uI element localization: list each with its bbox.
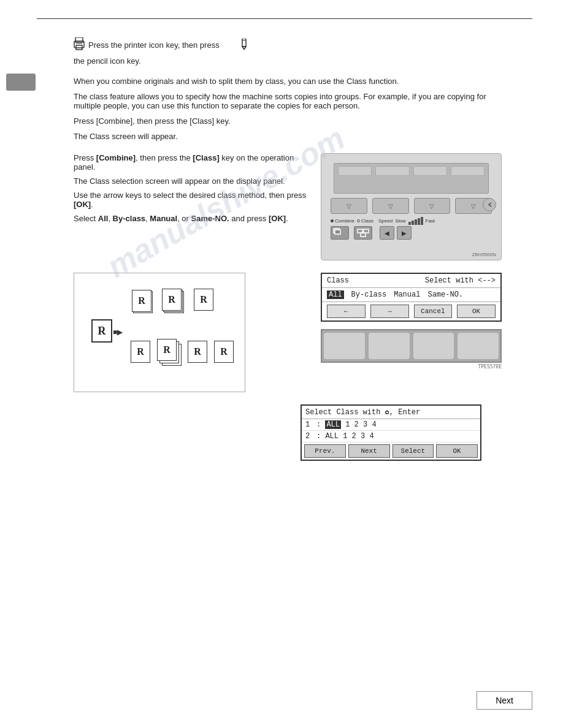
dialog-col: Class Select with <--> All By-class Manu…	[321, 273, 502, 370]
combine-label: Combine	[335, 218, 354, 224]
dialog-right-btn[interactable]: →	[370, 305, 409, 318]
svg-rect-12	[361, 233, 366, 237]
sc-title: Select Class with ✿, Enter	[302, 406, 480, 419]
sc-row-content-2: : ALL 1 2 3 4	[316, 432, 477, 441]
panel-buttons-row	[331, 198, 492, 214]
next-button[interactable]: Next	[477, 691, 532, 710]
sc-row-2: 2 : ALL 1 2 3 4	[302, 431, 480, 442]
r-stack-bot-4: R	[214, 341, 234, 363]
panel-btn-1[interactable]	[331, 198, 367, 214]
select-class-section: Select Class with ✿, Enter 1 : ALL 1 2 3…	[301, 404, 502, 461]
key-btn-1	[324, 333, 365, 359]
sc-select-btn[interactable]: Select	[393, 444, 434, 458]
r-diagram-col: R ■▶ R R R R	[74, 273, 308, 392]
key-btn-4	[458, 333, 499, 359]
sc-row-num-1: 1	[305, 420, 316, 429]
tpe-label: TPES570E	[321, 364, 502, 370]
panel-right-btn[interactable]: ▶	[397, 226, 412, 240]
sc-ok-btn[interactable]: OK	[436, 444, 478, 458]
sc-highlight-1: ALL	[325, 420, 341, 429]
dialog-left-btn[interactable]: ←	[327, 305, 366, 318]
dialog-btn-row: ← → Cancel OK	[322, 302, 500, 320]
para-2: The class feature allows you to specify …	[74, 92, 502, 110]
panel-screen	[334, 163, 489, 194]
class-label: Class	[361, 218, 373, 224]
select-class-dialog: Select Class with ✿, Enter 1 : ALL 1 2 3…	[301, 404, 481, 461]
r-stack-bot-3: R	[188, 341, 207, 363]
header-icon-row: Press the printer icon key, then press	[74, 37, 532, 53]
svg-rect-4	[242, 39, 246, 47]
machine-panel: Combine Class Speed Slow	[321, 153, 502, 260]
header-text-2: the pencil icon key.	[74, 56, 532, 66]
sc-prev-btn[interactable]: Prev.	[304, 444, 346, 458]
slow-label: Slow	[395, 218, 405, 224]
panel-btn-3[interactable]	[414, 198, 451, 214]
sc-row-1: 1 : ALL 1 2 3 4	[302, 419, 480, 431]
para-1: When you combine originals and wish to s…	[74, 77, 502, 86]
panel-left-text: Press [Combine], then press the [Class] …	[74, 153, 308, 228]
r-stack-top-3: R	[194, 289, 213, 311]
speed-label: Speed	[378, 218, 393, 224]
panel-left-btn[interactable]: ◀	[380, 226, 394, 240]
r-arrow: ■▶	[113, 328, 123, 336]
key-buttons-display	[321, 329, 502, 363]
r-diagram: R ■▶ R R R R	[74, 273, 245, 392]
dialog-option-byclass[interactable]: By-class	[351, 290, 387, 299]
svg-rect-0	[75, 37, 83, 42]
combine-icon-box[interactable]: +	[331, 226, 349, 240]
dialog-title: Class	[327, 276, 349, 285]
printer-icon	[74, 37, 85, 53]
dialog-option-manual[interactable]: Manual	[394, 290, 420, 299]
header-section: Press the printer icon key, then press t…	[74, 37, 532, 66]
sc-btn-row: Prev. Next Select OK	[302, 442, 480, 460]
panel-labels: Combine Class Speed Slow	[331, 217, 435, 225]
panel-back-btn[interactable]	[483, 198, 496, 211]
sc-row-num-2: 2	[305, 432, 316, 441]
class-icon-box[interactable]	[354, 226, 372, 240]
key-btn-3	[413, 333, 454, 359]
dialog-instruction: Select with <-->	[425, 276, 496, 285]
panel-btn-2[interactable]	[372, 198, 409, 214]
panel-arrow-btns: ◀ ▶	[380, 226, 412, 240]
pencil-icon	[240, 39, 248, 51]
page-container: manualshive.com Press the printer icon k…	[0, 0, 563, 728]
r-source: R	[91, 319, 112, 343]
bottom-nav: Next	[0, 691, 563, 710]
dialog-title-row: Class Select with <-->	[322, 274, 500, 288]
key-btn-2	[369, 333, 410, 359]
panel-model-label: ZBH5500N	[472, 252, 496, 257]
top-rule	[37, 18, 532, 19]
panel-right-image: Combine Class Speed Slow	[321, 153, 502, 260]
diagram-dialog-section: R ■▶ R R R R	[74, 273, 502, 392]
svg-marker-5	[242, 47, 246, 50]
dialog-ok-btn[interactable]: OK	[457, 305, 496, 318]
sidebar-label	[6, 74, 36, 91]
dialog-option-sameno[interactable]: Same-NO.	[427, 290, 463, 299]
header-text-1: Press the printer icon key, then press	[88, 40, 220, 50]
svg-rect-11	[364, 229, 369, 233]
dialog-option-all[interactable]: All	[327, 290, 344, 299]
para-4: The Class screen will appear.	[74, 132, 502, 141]
fast-label: Fast	[426, 218, 435, 224]
sc-row-content-1: : ALL 1 2 3 4	[316, 420, 477, 429]
svg-rect-10	[358, 229, 362, 233]
dialog-cancel-btn[interactable]: Cancel	[414, 305, 453, 318]
svg-text:+: +	[337, 232, 339, 237]
dialog-options-row: All By-class Manual Same-NO.	[322, 288, 500, 302]
class-dialog: Class Select with <--> All By-class Manu…	[321, 273, 502, 322]
para-3: Press [Combine], then press the [Class] …	[74, 116, 502, 126]
r-stack-bot-1: R	[131, 341, 150, 363]
panel-icon-row: + ◀ ▶	[331, 226, 480, 240]
sc-next-btn[interactable]: Next	[348, 444, 390, 458]
body-text: When you combine originals and wish to s…	[74, 77, 502, 141]
panel-section: Press [Combine], then press the [Class] …	[74, 153, 502, 260]
